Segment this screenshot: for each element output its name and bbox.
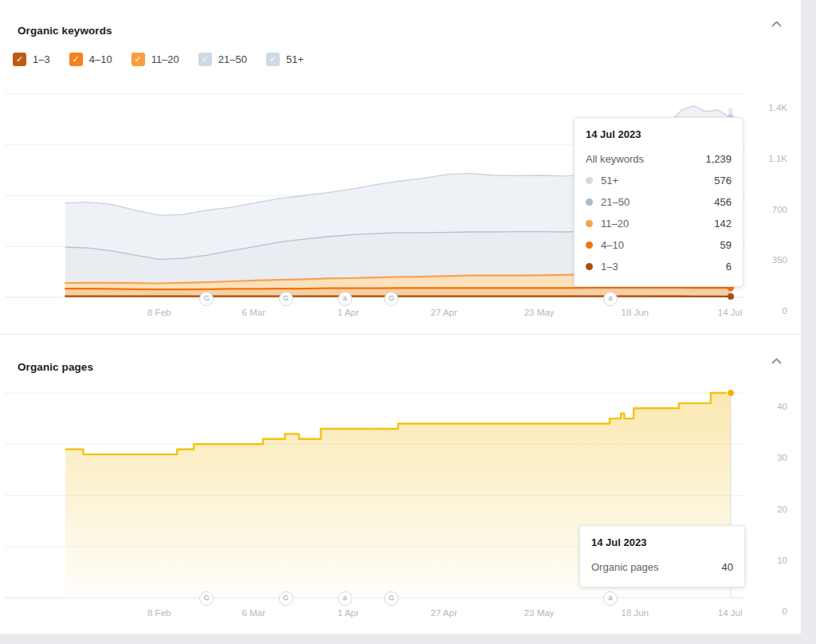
checkbox-checked-icon: ✓ [69, 53, 83, 66]
tooltip-row-4-10: 4–10 59 [586, 234, 732, 256]
checkbox-checked-icon: ✓ [198, 53, 212, 66]
series-dot-icon [586, 198, 593, 206]
tooltip-date: 14 Jul 2023 [586, 127, 732, 143]
checkbox-checked-icon: ✓ [266, 53, 280, 66]
x-axis-label: 14 Jul [702, 608, 758, 618]
google-update-marker[interactable]: G [279, 292, 293, 306]
x-axis-label: 18 Jun [607, 308, 663, 317]
y-axis-label: 10 [740, 556, 787, 565]
filter-checkbox-51plus[interactable]: ✓ 51+ [266, 53, 304, 66]
tooltip-row-organic-pages: Organic pages 40 [591, 556, 733, 578]
x-axis-label: 14 Jul [702, 308, 758, 317]
google-update-marker[interactable]: G [199, 591, 214, 606]
y-axis-label: 30 [740, 453, 787, 462]
tooltip-row-51plus: 51+ 576 [586, 170, 732, 191]
filter-label: 21–50 [218, 53, 247, 65]
y-axis-label: 1.4K [740, 103, 787, 112]
check-icon: ✓ [73, 55, 80, 64]
checkbox-checked-icon: ✓ [13, 53, 26, 66]
x-axis-label: 23 May [512, 608, 567, 618]
x-axis-label: 18 Jun [607, 608, 663, 618]
keyword-position-filters: ✓ 1–3 ✓ 4–10 ✓ 11–20 ✓ 21–50 ✓ 51+ [13, 53, 304, 66]
filter-label: 11–20 [151, 53, 179, 65]
tooltip-date: 14 Jul 2023 [591, 535, 733, 551]
x-axis-label: 6 Mar [226, 308, 281, 317]
google-update-marker[interactable]: a [603, 591, 618, 606]
series-dot-icon [586, 263, 593, 270]
x-axis-label: 23 May [512, 308, 567, 317]
y-axis-label: 700 [740, 205, 787, 214]
keywords-tooltip: 14 Jul 2023 All keywords 1,239 51+ 576 2… [574, 117, 743, 287]
google-update-marker[interactable]: G [279, 591, 293, 606]
google-update-marker[interactable]: G [384, 292, 398, 306]
series-dot-icon [586, 177, 593, 184]
x-axis-label: 6 Mar [226, 608, 281, 618]
pages-tooltip: 14 Jul 2023 Organic pages 40 [579, 525, 745, 587]
checkbox-checked-icon: ✓ [131, 53, 145, 66]
google-update-marker[interactable]: a [338, 591, 352, 606]
y-axis-label: 40 [740, 402, 787, 411]
filter-checkbox-21-50[interactable]: ✓ 21–50 [198, 53, 247, 66]
google-update-marker[interactable]: G [199, 292, 214, 306]
google-update-marker[interactable]: G [384, 591, 398, 606]
check-icon: ✓ [135, 55, 142, 64]
x-axis-label: 8 Feb [131, 608, 187, 618]
tooltip-row-21-50: 21–50 456 [586, 191, 732, 213]
x-axis-label: 8 Feb [131, 308, 187, 317]
check-icon: ✓ [269, 55, 277, 64]
collapse-organic-pages-button[interactable] [767, 352, 785, 368]
series-dot-icon [586, 220, 593, 227]
tooltip-row-11-20: 11–20 142 [586, 213, 732, 234]
x-axis-label: 27 Apr [416, 308, 472, 317]
y-axis-label: 1.1K [740, 154, 787, 163]
section-title-organic-pages: Organic pages [18, 361, 93, 373]
filter-label: 4–10 [89, 53, 112, 65]
section-divider [0, 334, 801, 335]
x-axis-label: 1 Apr [320, 308, 376, 317]
filter-label: 51+ [286, 53, 304, 65]
collapse-organic-keywords-button[interactable] [767, 15, 785, 31]
page-gutter [0, 634, 801, 644]
section-title-organic-keywords: Organic keywords [18, 25, 112, 37]
x-axis-label: 1 Apr [320, 608, 376, 618]
tooltip-row-1-3: 1–3 6 [586, 256, 732, 277]
filter-checkbox-1-3[interactable]: ✓ 1–3 [13, 53, 50, 66]
filter-label: 1–3 [33, 53, 50, 65]
google-update-marker[interactable]: a [603, 292, 618, 306]
y-axis-label: 350 [740, 255, 787, 265]
seo-overview-panel: Organic keywords ✓ 1–3 ✓ 4–10 ✓ 11–20 ✓ … [0, 0, 816, 644]
chevron-up-icon [771, 21, 782, 27]
series-dot-icon [586, 242, 593, 249]
filter-checkbox-11-20[interactable]: ✓ 11–20 [131, 53, 179, 66]
y-axis-label: 20 [740, 505, 787, 514]
filter-checkbox-4-10[interactable]: ✓ 4–10 [69, 53, 112, 66]
check-icon: ✓ [202, 55, 209, 64]
x-axis-label: 27 Apr [416, 608, 472, 618]
google-update-marker[interactable]: a [338, 292, 352, 306]
chevron-up-icon [771, 358, 782, 364]
check-icon: ✓ [16, 55, 23, 64]
tooltip-row-all-keywords: All keywords 1,239 [586, 148, 732, 170]
page-gutter [801, 0, 816, 644]
